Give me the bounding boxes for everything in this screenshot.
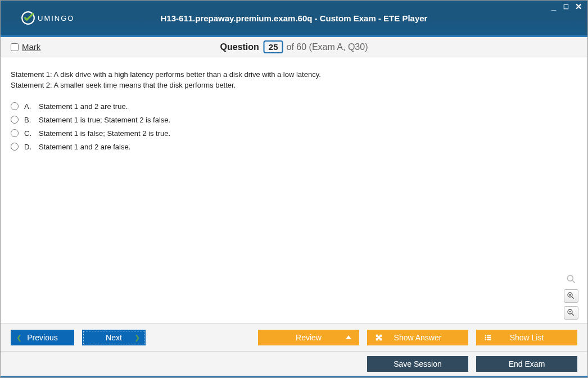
mark-checkbox-wrap[interactable]: Mark (11, 42, 40, 52)
window-controls: _ ☐ ✕ (549, 3, 583, 11)
next-button[interactable]: Next ❯ (82, 330, 146, 345)
option-text: Statement 1 is true; Statement 2 is fals… (39, 116, 170, 124)
option-b[interactable]: B. Statement 1 is true; Statement 2 is f… (11, 116, 577, 124)
list-icon (484, 334, 492, 341)
question-word: Question (220, 42, 259, 52)
option-a[interactable]: A. Statement 1 and 2 are true. (11, 102, 577, 111)
option-letter: A. (24, 102, 33, 111)
triangle-up-icon (346, 335, 351, 339)
puzzle-icon (375, 334, 383, 341)
answer-options: A. Statement 1 and 2 are true. B. Statem… (11, 102, 577, 151)
checkmark-circle-icon (21, 11, 35, 25)
svg-line-4 (572, 297, 573, 298)
svg-point-1 (567, 275, 573, 281)
option-letter: B. (24, 116, 33, 124)
mark-label[interactable]: Mark (22, 42, 40, 52)
svg-rect-12 (485, 336, 486, 338)
statement-2: Statement 2: A smaller seek time means t… (11, 80, 577, 91)
option-text: Statement 1 and 2 are true. (39, 102, 128, 111)
review-button[interactable]: Review (258, 330, 359, 345)
zoom-tools (564, 272, 578, 320)
question-content: Statement 1: A disk drive with a high la… (1, 57, 587, 323)
question-header: Mark Question 25 of 60 (Exam A, Q30) (1, 37, 587, 57)
option-text: Statement 1 and 2 are false. (39, 143, 130, 151)
svg-rect-13 (487, 336, 491, 338)
svg-rect-15 (487, 339, 491, 340)
svg-rect-11 (487, 335, 491, 336)
total-questions-text: of 60 (Exam A, Q30) (287, 42, 368, 52)
zoom-out-button[interactable] (564, 306, 578, 320)
end-exam-label: End Exam (509, 359, 545, 368)
option-letter: D. (24, 143, 33, 151)
current-question-number: 25 (264, 40, 283, 53)
footer-separator (1, 376, 587, 377)
option-b-radio[interactable] (11, 116, 19, 124)
option-c[interactable]: C. Statement 1 is false; Statement 2 is … (11, 129, 577, 138)
option-d[interactable]: D. Statement 1 and 2 are false. (11, 143, 577, 151)
title-bar: UMINGO H13-611.prepaway.premium.exam.60q… (1, 1, 587, 35)
save-session-button[interactable]: Save Session (367, 356, 468, 372)
option-text: Statement 1 is false; Statement 2 is tru… (39, 129, 170, 138)
show-answer-label: Show Answer (394, 333, 442, 342)
option-letter: C. (24, 129, 33, 138)
session-bar: Save Session End Exam (1, 351, 587, 376)
svg-rect-10 (485, 335, 486, 336)
show-answer-button[interactable]: Show Answer (367, 330, 468, 345)
app-window: UMINGO H13-611.prepaway.premium.exam.60q… (0, 0, 588, 378)
show-list-label: Show List (510, 333, 544, 342)
svg-rect-14 (485, 339, 486, 340)
maximize-button[interactable]: ☐ (562, 3, 571, 11)
statement-1: Statement 1: A disk drive with a high la… (11, 70, 577, 80)
previous-button[interactable]: ❮ Previous (11, 330, 74, 345)
option-c-radio[interactable] (11, 129, 19, 137)
chevron-right-icon: ❯ (134, 334, 140, 341)
question-statements: Statement 1: A disk drive with a high la… (11, 70, 577, 91)
next-label: Next (106, 333, 122, 342)
zoom-in-button[interactable] (564, 289, 578, 303)
show-list-button[interactable]: Show List (476, 330, 577, 345)
review-label: Review (296, 333, 322, 342)
mark-checkbox[interactable] (11, 43, 19, 51)
magnifier-icon[interactable] (564, 272, 578, 286)
end-exam-button[interactable]: End Exam (476, 356, 577, 372)
svg-line-2 (573, 281, 575, 283)
navigation-bar: ❮ Previous Next ❯ Review Show Answer Sho… (1, 323, 587, 351)
option-a-radio[interactable] (11, 102, 19, 110)
close-button[interactable]: ✕ (574, 3, 583, 11)
logo-text: UMINGO (38, 14, 74, 22)
app-logo: UMINGO (21, 11, 74, 25)
chevron-left-icon: ❮ (16, 334, 22, 341)
window-title: H13-611.prepaway.premium.exam.60q - Cust… (161, 13, 428, 23)
minimize-button[interactable]: _ (549, 3, 558, 11)
svg-line-8 (572, 313, 573, 315)
save-session-label: Save Session (393, 359, 442, 368)
question-position: Question 25 of 60 (Exam A, Q30) (220, 40, 368, 53)
previous-label: Previous (27, 333, 57, 342)
option-d-radio[interactable] (11, 143, 19, 151)
